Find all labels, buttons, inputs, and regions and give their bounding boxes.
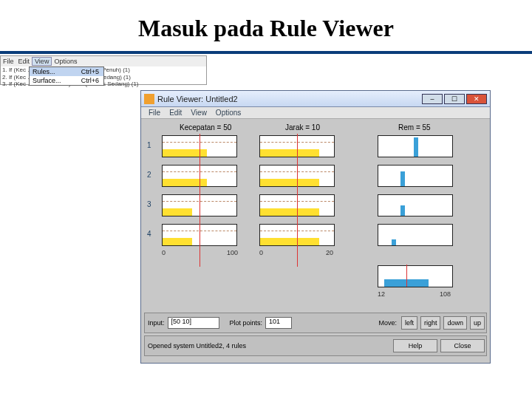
move-down-button[interactable]: down — [443, 316, 467, 330]
titlebar[interactable]: Rule Viewer: Untitled2 – ☐ ✕ — [141, 91, 490, 107]
rule-number: 4 — [147, 230, 151, 238]
maximize-button[interactable]: ☐ — [444, 94, 465, 104]
mf-plot-output — [378, 135, 453, 157]
menu-item-shortcut: Ctrl+6 — [81, 77, 99, 84]
menu-item-label: Surface... — [33, 77, 61, 84]
axis-min: 12 — [378, 290, 385, 298]
input2-slider-line[interactable] — [297, 134, 298, 267]
axis-max: 108 — [440, 290, 451, 298]
axis-max: 20 — [326, 249, 333, 256]
mf-plot-output — [378, 194, 453, 216]
output-value-line — [406, 265, 407, 287]
rv-menubar: File Edit View Options — [141, 107, 490, 119]
aggregate-output — [378, 265, 453, 287]
window-title: Rule Viewer: Untitled2 — [157, 95, 420, 103]
plot-points-field[interactable]: 101 — [265, 317, 292, 329]
input1-header: Kecepatan = 50 — [180, 123, 231, 132]
mf-plot-output — [378, 224, 453, 246]
menu-item-rules[interactable]: Rules... Ctrl+5 — [30, 67, 103, 76]
rule-chart-area[interactable]: Kecepatan = 50 Jarak = 10 Rem = 55 1 2 3… — [141, 119, 490, 310]
rule-number: 2 — [147, 171, 151, 179]
rv-menu-file[interactable]: File — [144, 109, 165, 117]
control-panel: Input: [50 10] Plot points: 101 Move: le… — [141, 310, 490, 361]
upper-menu-options[interactable]: Options — [52, 58, 79, 65]
move-right-button[interactable]: right — [420, 316, 441, 330]
plot-points-label: Plot points: — [227, 319, 266, 327]
view-dropdown: Rules... Ctrl+5 Surface... Ctrl+6 — [29, 66, 104, 86]
slide-title: Masuk pada Rule Viewer — [0, 0, 532, 54]
rule-number: 1 — [147, 141, 151, 149]
status-text: Opened system Untitled2, 4 rules — [145, 342, 392, 349]
help-button[interactable]: Help — [393, 339, 437, 352]
upper-menu-file[interactable]: File — [1, 58, 16, 65]
rv-menu-edit[interactable]: Edit — [165, 109, 186, 117]
input1-slider-line[interactable] — [200, 134, 200, 267]
axis-min: 0 — [259, 249, 263, 256]
move-up-button[interactable]: up — [470, 316, 485, 330]
axis-max: 100 — [227, 249, 238, 256]
output-header: Rem = 55 — [398, 123, 431, 132]
mf-plot-output — [378, 165, 453, 187]
axis-min: 0 — [162, 249, 166, 256]
matlab-icon — [144, 94, 154, 104]
input-label: Input: — [145, 319, 168, 327]
close-button[interactable]: ✕ — [466, 94, 487, 104]
menu-item-label: Rules... — [33, 68, 55, 75]
input-field[interactable]: [50 10] — [168, 317, 219, 329]
close-panel-button[interactable]: Close — [440, 339, 485, 352]
upper-menu-view[interactable]: View — [32, 57, 52, 66]
input2-header: Jarak = 10 — [285, 123, 320, 132]
upper-menu-edit[interactable]: Edit — [16, 58, 33, 65]
rv-menu-view[interactable]: View — [186, 109, 211, 117]
move-left-button[interactable]: left — [401, 316, 417, 330]
move-label: Move: — [375, 319, 400, 327]
menu-item-shortcut: Ctrl+5 — [81, 68, 99, 75]
rule-number: 3 — [147, 200, 151, 208]
rv-menu-options[interactable]: Options — [211, 109, 245, 117]
minimize-button[interactable]: – — [422, 94, 443, 104]
menu-item-surface[interactable]: Surface... Ctrl+6 — [30, 76, 103, 85]
upper-menubar: File Edit View Options — [1, 56, 206, 66]
rule-editor-snippet: File Edit View Options 1. If (Kec ... ak… — [0, 55, 207, 85]
rule-viewer-window: Rule Viewer: Untitled2 – ☐ ✕ File Edit V… — [140, 90, 491, 364]
